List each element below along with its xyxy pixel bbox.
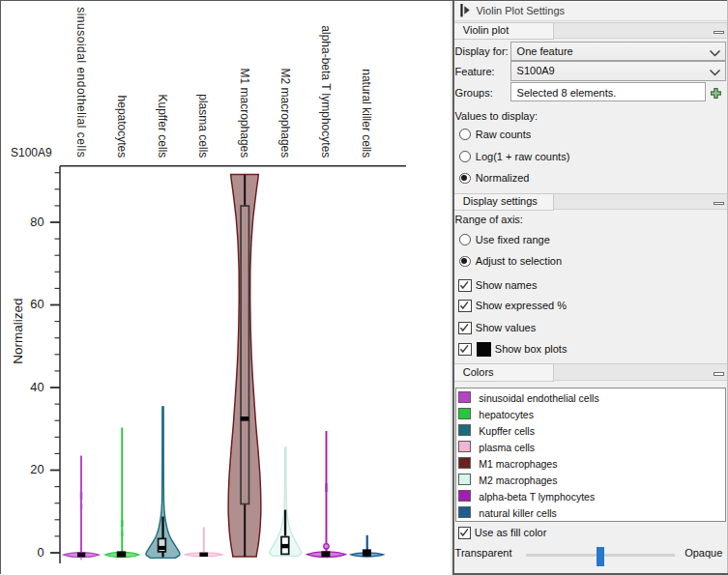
svg-text:hepatocytes: hepatocytes <box>115 96 129 158</box>
svg-text:alpha-beta T lymphocytes: alpha-beta T lymphocytes <box>319 25 333 158</box>
svg-text:20: 20 <box>30 462 44 476</box>
svg-text:60: 60 <box>30 297 44 311</box>
svg-text:natural killer cells: natural killer cells <box>360 69 373 158</box>
svg-text:40: 40 <box>30 380 44 394</box>
svg-text:sinusoidal endothelial cells: sinusoidal endothelial cells <box>74 7 88 158</box>
svg-text:0: 0 <box>37 545 44 560</box>
svg-text:Kupffer cells: Kupffer cells <box>156 94 169 158</box>
svg-text:M2 macrophages: M2 macrophages <box>278 69 292 158</box>
svg-text:Normalized: Normalized <box>11 298 25 363</box>
svg-text:S100A9: S100A9 <box>11 146 52 159</box>
svg-text:plasma cells: plasma cells <box>196 94 210 158</box>
svg-text:M1 macrophages: M1 macrophages <box>238 69 251 158</box>
svg-text:80: 80 <box>30 215 44 229</box>
